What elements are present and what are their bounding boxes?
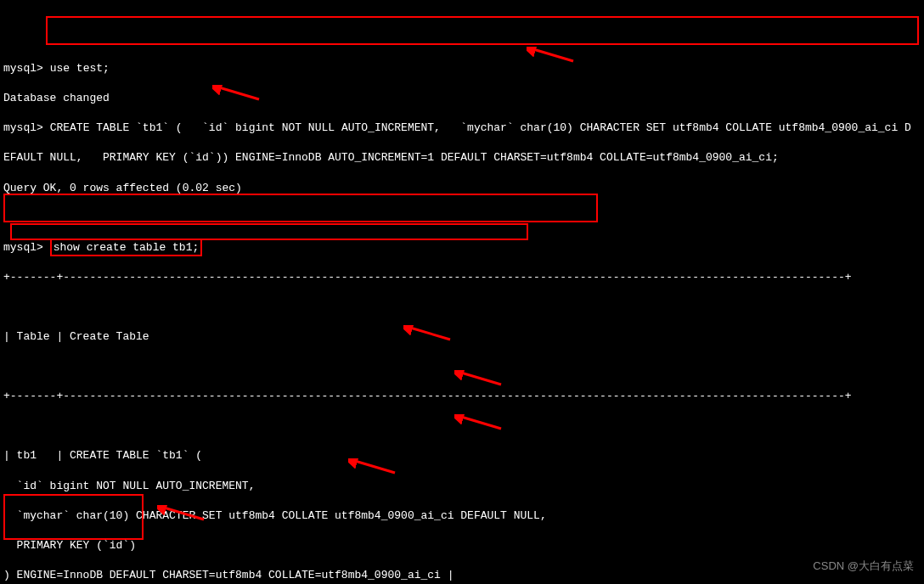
tb1-4: PRIMARY KEY (`id`) <box>3 538 921 553</box>
tb1-1: | tb1 | CREATE TABLE `tb1` ( <box>3 448 921 463</box>
box-results <box>3 494 144 540</box>
line-use: mysql> use test; <box>3 61 921 76</box>
sep2: +-------+-------------------------------… <box>3 389 921 404</box>
tblheader: | Table | Create Table <box>3 329 921 345</box>
blank3 <box>3 359 921 374</box>
line-create2: EFAULT NULL, PRIMARY KEY (`id`)) ENGINE=… <box>3 150 921 166</box>
svg-line-6 <box>355 461 395 473</box>
line-showcreate: mysql> show create table tb1; <box>3 240 921 256</box>
box-tb1-def <box>3 194 598 222</box>
blank2 <box>3 300 921 315</box>
box-mychar-line <box>10 223 528 240</box>
line-dbchanged: Database changed <box>3 91 921 106</box>
sep1: +-------+-------------------------------… <box>3 270 921 285</box>
line-create1: mysql> CREATE TABLE `tb1` ( `id` bigint … <box>3 121 921 136</box>
svg-line-1 <box>533 49 573 61</box>
tb1-2: `id` bigint NOT NULL AUTO_INCREMENT, <box>3 479 921 494</box>
box-createtable <box>46 16 919 45</box>
watermark: CSDN @大白有点菜 <box>813 559 914 574</box>
tb1-5: ) ENGINE=InnoDB DEFAULT CHARSET=utf8mb4 … <box>3 568 921 583</box>
blank4 <box>3 418 921 434</box>
svg-line-4 <box>461 373 501 385</box>
box-showcreate: show create table tb1; <box>50 239 203 257</box>
